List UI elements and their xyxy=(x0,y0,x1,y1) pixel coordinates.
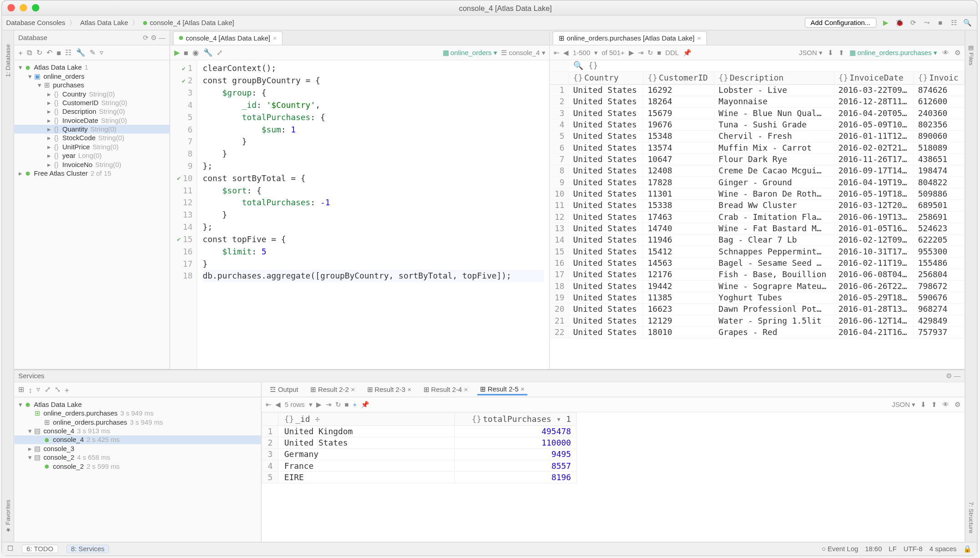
explain-icon[interactable]: ◉ xyxy=(192,48,199,57)
expand-icon[interactable]: ▸ xyxy=(45,108,52,115)
last-page-icon[interactable]: ⇥ xyxy=(326,401,331,408)
expand-icon[interactable]: ▾ xyxy=(26,454,33,461)
result-tab[interactable]: ⊞ Result 2-4 × xyxy=(421,385,470,395)
sort-icon[interactable]: ↕ xyxy=(29,386,32,394)
table-row[interactable]: 11United States15338Bread Ww Cluster2016… xyxy=(550,200,964,211)
table-row[interactable]: 18United States19442Wine - Sograpre Mate… xyxy=(550,280,964,292)
expand-icon[interactable]: ▸ xyxy=(45,152,52,159)
table-row[interactable]: 3Germany9495 xyxy=(262,449,577,460)
expand-icon[interactable]: ▸ xyxy=(45,134,52,142)
tree-row[interactable]: ▾▤console_24 s 658 ms xyxy=(14,453,261,462)
table-row[interactable]: 19United States11385Yoghurt Tubes2016-05… xyxy=(550,292,964,303)
close-icon[interactable]: × xyxy=(464,386,468,393)
add-configuration-button[interactable]: Add Configuration... xyxy=(804,18,877,28)
expand-icon[interactable]: ▾ xyxy=(36,81,43,89)
chevron-down-icon[interactable]: ▾ xyxy=(309,401,312,408)
structure-icon[interactable]: ☷ xyxy=(949,17,960,28)
stop-icon[interactable]: ■ xyxy=(56,49,61,57)
tree-row[interactable]: ⊞online_orders.purchases3 s 949 ms xyxy=(14,418,261,426)
zoom-window-icon[interactable] xyxy=(32,4,39,11)
wrench-icon[interactable]: 🔧 xyxy=(203,48,213,57)
table-row[interactable]: 8United States12408Creme De Cacao Mcgui…… xyxy=(550,165,964,177)
encoding[interactable]: UTF-8 xyxy=(904,545,923,553)
table-row[interactable]: 13United States14740Wine - Fat Bastard M… xyxy=(550,223,964,234)
expand-icon[interactable]: ▾ xyxy=(17,64,24,71)
result-tab[interactable]: ☲ Output xyxy=(267,385,301,395)
tree-row[interactable]: console_42 s 425 ms xyxy=(14,436,261,444)
coverage-icon[interactable]: ⟳ xyxy=(908,17,919,28)
tree-row[interactable]: ▾Atlas Data Lake1 xyxy=(14,63,169,72)
expand-icon[interactable]: ▸ xyxy=(17,170,24,177)
tree-row[interactable]: ▸{}DescriptionString(0) xyxy=(14,107,169,116)
edit-icon[interactable]: ✎ xyxy=(90,48,96,57)
caret-position[interactable]: 18:60 xyxy=(865,545,882,553)
expand-icon[interactable]: ▸ xyxy=(45,90,52,97)
table-row[interactable]: 1United Kingdom495478 xyxy=(262,426,577,437)
expand-icon[interactable]: ▸ xyxy=(45,161,52,168)
close-window-icon[interactable] xyxy=(7,4,15,11)
gear-icon[interactable]: ⚙ xyxy=(955,401,960,408)
code-editor[interactable]: ✔1✔23456789✔1011121314✔15161718 clearCon… xyxy=(170,61,549,369)
chevron-down-icon[interactable]: ▾ xyxy=(594,49,597,56)
tree-row[interactable]: ▸{}yearLong(0) xyxy=(14,151,169,160)
lock-icon[interactable]: 🔒 xyxy=(963,545,971,553)
tree-row[interactable]: ▸{}QuantityString(0) xyxy=(14,125,169,133)
expand-icon[interactable]: ▸ xyxy=(45,126,52,133)
tree-row[interactable]: ▸{}InvoiceDateString(0) xyxy=(14,116,169,125)
tree-row[interactable]: ▸{}CustomerIDString(0) xyxy=(14,98,169,107)
tree-row[interactable]: console_22 s 599 ms xyxy=(14,462,261,471)
reload-icon[interactable]: ↻ xyxy=(647,49,653,56)
minimize-window-icon[interactable] xyxy=(20,4,27,11)
table-row[interactable]: 21United States12129Water - Spring 1.5li… xyxy=(550,315,964,326)
database-stripe-tab[interactable]: 1: Database xyxy=(5,44,11,77)
run-icon[interactable]: ▶ xyxy=(174,48,180,57)
close-icon[interactable]: × xyxy=(273,34,277,41)
services-result-grid[interactable]: {}_id ÷{}totalPurchases ▾ 11United Kingd… xyxy=(262,412,965,542)
table-row[interactable]: 10United States11301Wine - Baron De Roth… xyxy=(550,188,964,199)
refresh-icon[interactable]: ↻ xyxy=(36,48,42,57)
todo-tool-button[interactable]: 6: TODO xyxy=(22,544,58,553)
table-row[interactable]: 14United States11946Bag - Clear 7 Lb2016… xyxy=(550,234,964,246)
table-row[interactable]: 4France8557 xyxy=(262,460,577,472)
debug-icon[interactable]: 🐞 xyxy=(894,17,905,28)
tree-row[interactable]: ▸{}UnitPriceString(0) xyxy=(14,142,169,151)
diff-icon[interactable]: ☷ xyxy=(65,48,72,57)
table-row[interactable]: 16United States14563Bagel - Sesame Seed … xyxy=(550,257,964,269)
table-row[interactable]: 15United States15412Schnappes Peppermint… xyxy=(550,246,964,257)
console-selector[interactable]: ☰ console_4 ▾ xyxy=(501,49,545,56)
table-row[interactable]: 20United States16623Dawn Professionl Pot… xyxy=(550,304,964,315)
gear-icon[interactable]: ⚙ xyxy=(955,49,960,56)
expand-icon[interactable]: ▾ xyxy=(26,427,33,435)
tree-icon[interactable]: ⊞ xyxy=(18,385,24,394)
gear-icon[interactable]: ⚙ xyxy=(151,34,157,41)
services-tool-button[interactable]: 8: Services xyxy=(66,544,110,553)
last-page-icon[interactable]: ⇥ xyxy=(638,49,643,56)
expand-icon[interactable]: ▸ xyxy=(45,99,52,107)
run-icon[interactable]: ▶ xyxy=(881,17,892,28)
upload-icon[interactable]: ⬆ xyxy=(839,49,844,56)
breadcrumb-item[interactable]: console_4 [Atlas Data Lake] xyxy=(150,19,234,26)
table-row[interactable]: 2United States110000 xyxy=(262,437,577,448)
stop-icon[interactable]: ■ xyxy=(184,49,188,57)
gear-icon[interactable]: ⚙ xyxy=(946,372,952,380)
profile-icon[interactable]: ⤳ xyxy=(921,17,932,28)
download-icon[interactable]: ⬇ xyxy=(828,49,833,56)
split-icon[interactable]: ⤢ xyxy=(217,48,222,57)
result-tab[interactable]: ⊞ Result 2-2 × xyxy=(308,385,358,395)
page-range[interactable]: 1-500 xyxy=(573,49,590,56)
eye-icon[interactable]: 👁 xyxy=(942,401,949,408)
prev-page-icon[interactable]: ◀ xyxy=(563,49,569,56)
rows-label[interactable]: 5 rows xyxy=(285,401,305,408)
result-tab[interactable]: ⊞ Result 2-5 × xyxy=(477,384,527,395)
event-log-button[interactable]: ○ Event Log xyxy=(822,545,858,553)
statusbar-menu-icon[interactable]: ☐ xyxy=(7,544,13,553)
structure-stripe-tab[interactable]: 7: Structure xyxy=(968,502,975,533)
ddl-button[interactable]: DDL xyxy=(665,49,679,56)
pin-icon[interactable]: 📌 xyxy=(683,49,691,56)
indent[interactable]: 4 spaces xyxy=(929,545,957,553)
layout-icon[interactable]: ⤢ xyxy=(45,385,51,394)
sync-icon[interactable]: ⟳ xyxy=(143,34,148,41)
pin-icon[interactable]: 📌 xyxy=(361,401,369,408)
wrench-icon[interactable]: 🔧 xyxy=(76,48,86,57)
view-mode-selector[interactable]: JSON ▾ xyxy=(892,401,915,408)
